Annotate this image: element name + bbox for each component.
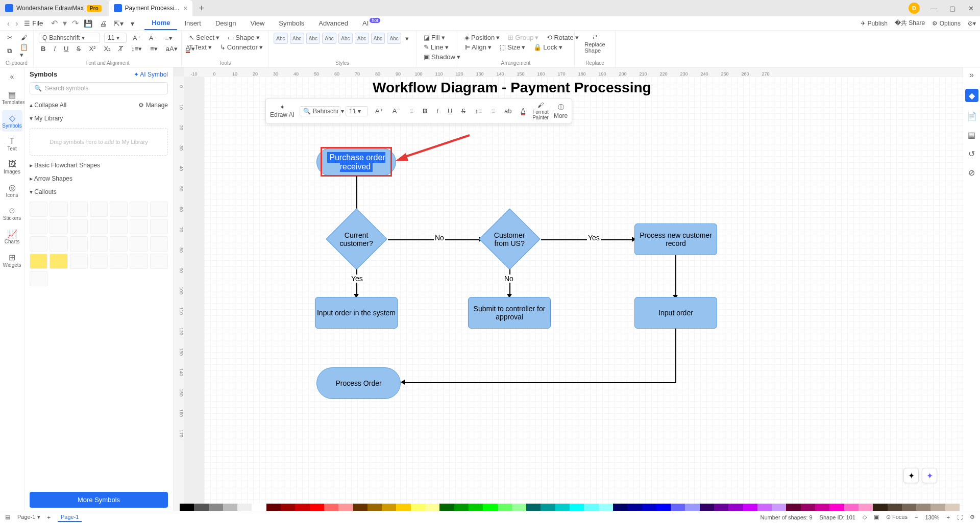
paste-icon[interactable]: 📋▾ <box>18 42 30 60</box>
symbol-thumb[interactable] <box>150 236 168 252</box>
color-swatch[interactable] <box>829 504 844 511</box>
font-size-select[interactable]: 11▾ <box>104 33 127 43</box>
symbol-thumb[interactable] <box>70 236 88 252</box>
connector[interactable] <box>675 255 676 296</box>
subscript-icon[interactable]: X₂ <box>102 44 113 54</box>
decrease-font-icon[interactable]: A⁻ <box>147 33 159 43</box>
menu-design[interactable]: Design <box>208 16 243 30</box>
symbol-thumb[interactable] <box>150 254 168 269</box>
italic-icon[interactable]: I <box>52 44 58 54</box>
color-swatch[interactable] <box>714 504 728 511</box>
node-end[interactable]: Process Order <box>316 367 401 399</box>
forward-icon[interactable]: › <box>13 19 21 28</box>
symbol-thumb[interactable] <box>110 254 128 269</box>
symbol-thumb[interactable] <box>70 219 88 234</box>
text-tool[interactable]: T Text ▾ <box>187 42 214 52</box>
node-process-input-order[interactable]: Input order in the system <box>315 297 398 329</box>
color-swatch[interactable] <box>541 504 555 511</box>
align-button[interactable]: ⊫ Align▾ <box>462 42 494 52</box>
symbol-thumb[interactable] <box>130 202 148 217</box>
color-swatch[interactable] <box>454 504 469 511</box>
increase-font-icon[interactable]: A⁺ <box>131 33 143 43</box>
cut-icon[interactable]: ✂ <box>5 33 15 42</box>
file-menu[interactable]: ☰File <box>21 19 46 27</box>
mini-bold-icon[interactable]: B <box>421 106 429 116</box>
symbol-thumb[interactable] <box>90 236 108 252</box>
color-swatch[interactable] <box>498 504 512 511</box>
close-icon[interactable]: × <box>183 4 187 12</box>
undo-icon[interactable]: ↶ <box>51 18 58 28</box>
menu-insert[interactable]: Insert <box>177 16 208 30</box>
color-swatch[interactable] <box>743 504 757 511</box>
ai-symbol-button[interactable]: ✦ AI Symbol <box>134 71 168 78</box>
align-set-icon[interactable]: ≡▾ <box>163 33 175 43</box>
add-page-icon[interactable]: + <box>47 514 51 520</box>
symbol-thumb[interactable] <box>30 219 47 234</box>
style-preset[interactable]: Abc <box>387 33 401 44</box>
color-swatch[interactable] <box>324 504 338 511</box>
list-icon[interactable]: ≡▾ <box>148 44 160 54</box>
replace-shape-button[interactable]: ⇄Replace Shape <box>580 33 610 55</box>
style-preset[interactable]: Abc <box>355 33 369 44</box>
color-swatch[interactable] <box>209 504 223 511</box>
color-swatch[interactable] <box>237 504 252 511</box>
rr-help-icon[interactable]: ⊘ <box>968 168 975 178</box>
strike-icon[interactable]: S̶ <box>75 44 83 54</box>
options-button[interactable]: ⚙ Options <box>932 20 961 27</box>
mini-spacing-icon[interactable]: ↕≡ <box>473 106 484 116</box>
style-preset[interactable]: Abc <box>322 33 336 44</box>
font-name-select[interactable]: QBahnschrift▾ <box>39 33 100 43</box>
color-swatch[interactable] <box>772 504 786 511</box>
color-swatch[interactable] <box>859 504 873 511</box>
color-swatch[interactable] <box>873 504 887 511</box>
mini-italic-icon[interactable]: I <box>434 106 440 116</box>
symbol-thumb[interactable] <box>30 254 47 269</box>
rr-history-icon[interactable]: ↺ <box>968 149 975 159</box>
rail-charts[interactable]: 📈Charts <box>2 226 22 247</box>
expand-right-icon[interactable]: » <box>969 70 974 80</box>
color-swatch[interactable] <box>570 504 584 511</box>
settings-icon[interactable]: ⚙ <box>970 514 975 520</box>
minimize-icon[interactable]: — <box>925 5 943 12</box>
color-swatch[interactable] <box>613 504 627 511</box>
menu-ai[interactable]: AIhot <box>355 16 387 30</box>
edraw-ai-button[interactable]: ✦Edraw AI <box>270 104 295 118</box>
color-swatch[interactable] <box>411 504 425 511</box>
color-swatch[interactable] <box>599 504 613 511</box>
menu-advanced[interactable]: Advanced <box>311 16 355 30</box>
mini-dec-font-icon[interactable]: A⁻ <box>390 106 403 116</box>
select-tool[interactable]: ↖ Select ▾ <box>187 33 222 42</box>
bold-icon[interactable]: B <box>39 44 47 54</box>
color-swatch[interactable] <box>469 504 483 511</box>
back-icon[interactable]: ‹ <box>4 19 13 28</box>
rail-stickers[interactable]: ☺Stickers <box>2 203 22 224</box>
fab-ai[interactable]: ✦ <box>922 468 937 483</box>
connector[interactable] <box>405 382 676 383</box>
color-swatch[interactable] <box>945 504 960 511</box>
rail-icons[interactable]: ◎Icons <box>2 180 22 201</box>
symbol-thumb[interactable] <box>50 219 67 234</box>
close-window-icon[interactable]: ✕ <box>962 5 980 12</box>
symbol-thumb[interactable] <box>150 202 168 217</box>
node-process-newcust[interactable]: Process new customer record <box>634 223 717 255</box>
connector[interactable] <box>675 329 676 383</box>
style-more-icon[interactable]: ▾ <box>403 34 411 43</box>
line-spacing-icon[interactable]: ↕≡▾ <box>129 44 144 54</box>
rail-symbols[interactable]: ◇Symbols <box>2 110 22 132</box>
manage-button[interactable]: ⚙ Manage <box>138 102 168 109</box>
export-icon[interactable]: ⇱▾ <box>114 19 124 28</box>
symbol-thumb[interactable] <box>130 219 148 234</box>
help-icon[interactable]: ⊘▾ <box>968 20 976 27</box>
clear-format-icon[interactable]: T̸ <box>117 44 125 54</box>
connector-tool[interactable]: ↳ Connector ▾ <box>218 42 265 52</box>
color-swatch[interactable] <box>223 504 237 511</box>
color-swatch[interactable] <box>194 504 208 511</box>
zoom-out-icon[interactable]: − <box>915 514 918 520</box>
more-qa-icon[interactable]: ▾ <box>131 19 134 28</box>
symbol-thumb[interactable] <box>30 236 47 252</box>
mini-size-select[interactable]: 11▾ <box>346 106 368 116</box>
fab-sparkle[interactable]: ✦ <box>903 468 919 483</box>
symbol-thumb[interactable] <box>90 254 108 269</box>
zoom-level[interactable]: 130% <box>925 514 939 520</box>
focus-button[interactable]: ⊙ Focus <box>886 514 908 520</box>
